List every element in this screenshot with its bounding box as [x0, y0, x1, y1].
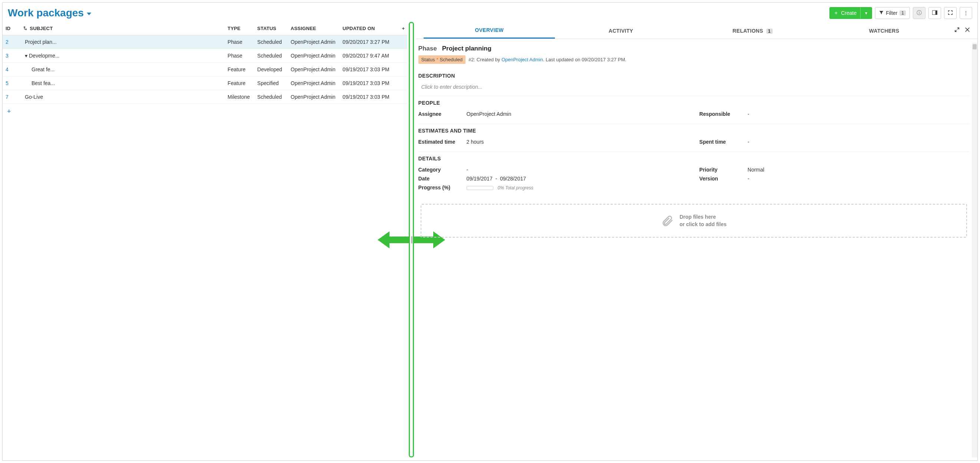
cell-type[interactable]: Milestone — [225, 90, 255, 104]
info-icon — [916, 10, 922, 16]
kebab-icon: ⋮ — [963, 10, 969, 16]
description-input[interactable]: Click to enter description... — [418, 82, 969, 91]
add-column-button[interactable]: + — [399, 22, 407, 35]
close-detail-button[interactable] — [965, 27, 970, 34]
cell-id[interactable]: 5 — [3, 77, 21, 90]
cell-subject[interactable]: Project plan... — [21, 35, 225, 49]
assignee-label: Assignee — [418, 111, 467, 117]
filter-count-badge: 1 — [899, 10, 906, 16]
info-button[interactable] — [913, 7, 926, 19]
dropzone-line2: or click to add files — [679, 221, 727, 228]
cell-subject[interactable]: Best fea... — [21, 77, 225, 90]
cell-type[interactable]: Feature — [225, 63, 255, 77]
pane-splitter[interactable] — [407, 22, 416, 457]
svg-rect-1 — [919, 12, 920, 14]
cell-id[interactable]: 7 — [3, 90, 21, 104]
detail-subject[interactable]: Project planning — [442, 45, 492, 52]
progress-bar — [467, 186, 493, 190]
svg-point-2 — [919, 11, 920, 12]
attachment-dropzone[interactable]: Drop files here or click to add files — [421, 204, 967, 238]
status-pill-label: Status — [422, 57, 435, 62]
cell-id[interactable]: 4 — [3, 63, 21, 77]
cell-updated[interactable]: 09/19/2017 3:03 PM — [340, 77, 399, 90]
spent-time-value[interactable]: - — [748, 139, 969, 145]
tab-activity-label: Activity — [609, 28, 633, 34]
cell-id[interactable]: 2 — [3, 35, 21, 49]
filter-button[interactable]: Filter 1 — [875, 7, 910, 19]
table-row[interactable]: 2Project plan...PhaseScheduledOpenProjec… — [3, 35, 407, 49]
cell-status[interactable]: Scheduled — [255, 35, 288, 49]
details-view-button[interactable] — [928, 7, 941, 19]
version-value[interactable]: - — [748, 176, 969, 182]
hierarchy-icon — [23, 26, 28, 31]
add-row-button[interactable]: + — [3, 104, 407, 119]
col-updated[interactable]: UPDATED ON — [340, 22, 399, 35]
col-id[interactable]: ID — [3, 22, 21, 35]
section-people-heading: PEOPLE — [418, 100, 969, 106]
detail-type[interactable]: Phase — [418, 45, 437, 52]
cell-type[interactable]: Feature — [225, 77, 255, 90]
section-description-heading: DESCRIPTION — [418, 73, 969, 79]
detail-meta: #2: Created by OpenProject Admin. Last u… — [468, 57, 627, 62]
version-label: Version — [699, 176, 748, 182]
progress-value[interactable]: 0% Total progress — [467, 185, 689, 190]
author-link[interactable]: OpenProject Admin — [501, 57, 543, 62]
tab-watchers[interactable]: Watchers — [818, 22, 950, 38]
responsible-value[interactable]: - — [748, 111, 969, 117]
section-details-heading: DETAILS — [418, 156, 969, 161]
chevron-down-icon[interactable]: ▾ — [25, 53, 27, 59]
create-button[interactable]: ＋ Create ▼ — [829, 7, 872, 19]
table-row[interactable]: 3▾Developme...PhaseScheduledOpenProject … — [3, 49, 407, 63]
page-title-text: Work packages — [8, 7, 84, 19]
more-menu-button[interactable]: ⋮ — [959, 7, 972, 19]
cell-status[interactable]: Scheduled — [255, 90, 288, 104]
detail-scrollbar[interactable] — [972, 43, 977, 457]
cell-status[interactable]: Specified — [255, 77, 288, 90]
cell-updated[interactable]: 09/19/2017 3:03 PM — [340, 90, 399, 104]
assignee-value[interactable]: OpenProject Admin — [467, 111, 689, 117]
cell-assignee[interactable]: OpenProject Admin — [288, 90, 340, 104]
cell-type[interactable]: Phase — [225, 35, 255, 49]
tab-overview[interactable]: Overview — [423, 22, 555, 38]
category-value[interactable]: - — [467, 167, 689, 172]
priority-value[interactable]: Normal — [748, 167, 969, 172]
progress-text: 0% Total progress — [498, 185, 533, 190]
table-row[interactable]: 7Go-LiveMilestoneScheduledOpenProject Ad… — [3, 90, 407, 104]
tab-relations[interactable]: Relations 1 — [687, 22, 818, 38]
cell-assignee[interactable]: OpenProject Admin — [288, 49, 340, 63]
cell-status[interactable]: Developed — [255, 63, 288, 77]
chevron-down-icon: ▼ — [864, 11, 868, 15]
tab-relations-label: Relations — [733, 28, 764, 34]
expand-detail-button[interactable] — [955, 27, 959, 34]
section-estimates-heading: ESTIMATES AND TIME — [418, 128, 969, 134]
cell-updated[interactable]: 09/20/2017 3:27 PM — [340, 35, 399, 49]
cell-assignee[interactable]: OpenProject Admin — [288, 77, 340, 90]
cell-updated[interactable]: 09/19/2017 3:03 PM — [340, 63, 399, 77]
filter-button-label: Filter — [886, 10, 897, 16]
fullscreen-button[interactable] — [944, 7, 957, 19]
table-row[interactable]: 5Best fea...FeatureSpecifiedOpenProject … — [3, 77, 407, 90]
col-type[interactable]: TYPE — [225, 22, 255, 35]
cell-updated[interactable]: 09/20/2017 9:47 AM — [340, 49, 399, 63]
drag-handle-icon — [411, 236, 412, 244]
cell-subject[interactable]: Go-Live — [21, 90, 225, 104]
cell-subject[interactable]: ▾Developme... — [21, 49, 225, 63]
status-pill-value: Scheduled — [440, 57, 463, 62]
cell-id[interactable]: 3 — [3, 49, 21, 63]
relations-count-badge: 1 — [766, 29, 773, 34]
page-title[interactable]: Work packages — [8, 7, 91, 19]
tab-overview-label: Overview — [475, 27, 504, 33]
cell-status[interactable]: Scheduled — [255, 49, 288, 63]
table-row[interactable]: 4Great fe...FeatureDevelopedOpenProject … — [3, 63, 407, 77]
cell-subject[interactable]: Great fe... — [21, 63, 225, 77]
status-pill[interactable]: Status * Scheduled — [418, 55, 466, 64]
col-subject[interactable]: SUBJECT — [21, 22, 225, 35]
tab-activity[interactable]: Activity — [555, 22, 687, 38]
date-value[interactable]: 09/19/2017 - 09/28/2017 — [467, 176, 689, 182]
col-status[interactable]: STATUS — [255, 22, 288, 35]
cell-assignee[interactable]: OpenProject Admin — [288, 63, 340, 77]
est-time-value[interactable]: 2 hours — [467, 139, 689, 145]
col-assignee[interactable]: ASSIGNEE — [288, 22, 340, 35]
cell-assignee[interactable]: OpenProject Admin — [288, 35, 340, 49]
cell-type[interactable]: Phase — [225, 49, 255, 63]
